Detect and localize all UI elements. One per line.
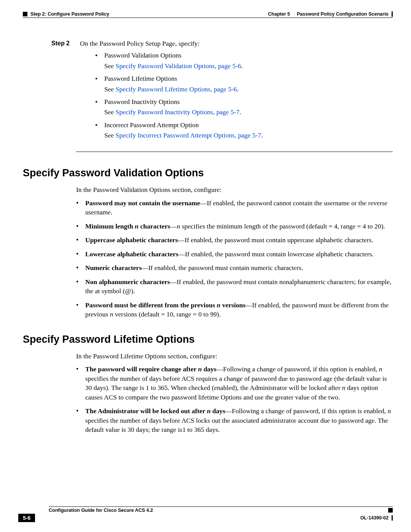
list-item: The password will require change after n…	[76, 364, 393, 402]
step-item: Password Inactivity Options See Specify …	[95, 97, 393, 117]
list-item: Password may not contain the username—If…	[76, 198, 393, 217]
footer-tick-icon	[392, 515, 393, 521]
step-item: Password Validation Options See Specify …	[95, 51, 393, 71]
list-item: Numeric characters—If enabled, the passw…	[76, 263, 393, 273]
list-item: Uppercase alphabetic characters—If enabl…	[76, 235, 393, 245]
footer-doc-title: Configuration Guide for Cisco Secure ACS…	[49, 508, 153, 513]
step-item-title: Password Lifetime Options	[104, 75, 177, 82]
step-block: Step 2 On the Password Policy Setup Page…	[51, 39, 393, 140]
step-item-title: Incorrect Password Attempt Option	[104, 121, 199, 129]
section-intro: In the Password Lifetime Options section…	[76, 351, 393, 361]
footer-doc-id: OL-14390-02	[360, 515, 389, 521]
step-item-title: Password Inactivity Options	[104, 98, 180, 105]
list-item: Non alphanumeric characters—If enabled, …	[76, 277, 393, 296]
section-intro: In the Password Validation Options secti…	[76, 185, 393, 195]
list-item: The Administrator will be locked out aft…	[76, 406, 393, 435]
page-number: 5-6	[18, 514, 35, 522]
page-header: Step 2: Configure Password Policy Chapte…	[23, 11, 393, 18]
footer-marker-icon	[388, 508, 393, 513]
step-item-title: Password Validation Options	[104, 51, 182, 59]
section-heading-validation: Specify Password Validation Options	[23, 167, 393, 179]
list-item: Minimum length n characters—n specifies …	[76, 222, 393, 231]
header-chapter: Chapter 5	[268, 11, 290, 17]
cross-ref-link[interactable]: Specify Password Lifetime Options, page …	[116, 85, 237, 93]
step-item: Password Lifetime Options See Specify Pa…	[95, 74, 393, 94]
cross-ref-link[interactable]: Specify Incorrect Password Attempt Optio…	[116, 131, 261, 139]
header-title: Password Policy Configuration Scenario	[297, 11, 389, 17]
header-left-text: Step 2: Configure Password Policy	[30, 11, 109, 17]
step-label: Step 2	[51, 39, 80, 48]
divider	[76, 152, 393, 152]
page-footer: Configuration Guide for Cisco Secure ACS…	[18, 506, 393, 522]
step-item: Incorrect Password Attempt Option See Sp…	[95, 120, 393, 141]
cross-ref-link[interactable]: Specify Password Validation Options, pag…	[116, 62, 241, 70]
step-intro: On the Password Policy Setup Page, speci…	[80, 39, 199, 48]
section-heading-lifetime: Specify Password Lifetime Options	[23, 334, 393, 345]
cross-ref-link[interactable]: Specify Password Inactivity Options, pag…	[116, 108, 240, 116]
header-marker-icon	[23, 12, 27, 16]
header-tick-icon	[392, 11, 393, 17]
list-item: Lowercase alphabetic characters—If enabl…	[76, 249, 393, 259]
list-item: Password must be different from the prev…	[76, 300, 393, 319]
